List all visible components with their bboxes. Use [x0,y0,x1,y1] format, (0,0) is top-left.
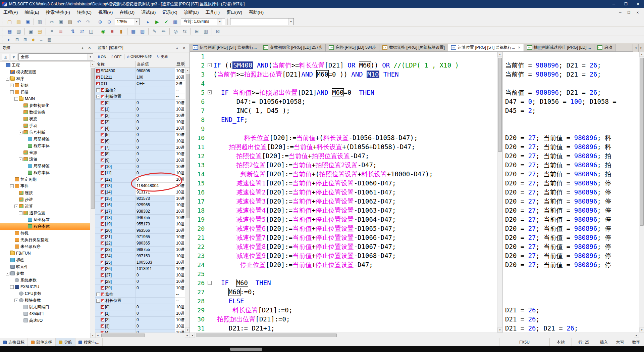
tab-scroll-right-icon[interactable]: ► [638,44,644,52]
watch-value-cell[interactable]: 0 [136,119,175,125]
project-tree-icon[interactable]: ▦ [5,27,14,35]
watch-row[interactable]: [22]98036510进 [95,240,190,247]
module-config-icon[interactable]: ▧ [14,27,23,35]
watch-update-button[interactable]: ↻更新 [155,53,169,60]
scrollbar-thumb[interactable] [101,334,145,337]
tree-item-25[interactable]: 待机 [0,230,90,236]
scroll-left-icon[interactable]: ◄ [95,333,100,338]
watch-row[interactable]: [27]010进 [95,272,190,278]
watch-value-cell[interactable]: 988755 [136,247,175,253]
replace-icon[interactable]: ⇆ [180,27,189,35]
tree-item-15[interactable]: 局部标签 [0,163,90,169]
watch-value-cell[interactable]: 963566 [136,227,175,234]
menu-item-7[interactable]: 记录(R) [159,8,180,17]
watch-row[interactable]: [24]99715310进 [95,253,190,259]
watch-value-cell[interactable] [136,291,175,298]
display-format-icon[interactable]: ▦ [46,37,53,43]
menu-item-9[interactable]: 工具(T) [202,8,223,17]
collapse-icon[interactable]: - [10,285,14,289]
code-line[interactable]: 10 料长位置[D20]:=当前值+(料长设置-D1056-D1058-D47)… [190,133,497,142]
watch-column-header-2[interactable]: 显示... [175,61,185,68]
scroll-up-icon[interactable]: ▲ [90,62,95,67]
tree-item-6[interactable]: 参数初始化 [0,102,90,109]
tree-item-30[interactable]: 软元件 [0,263,90,270]
watch-row[interactable]: [4]010进 [95,329,190,333]
comment-toggle-icon[interactable]: ✎ [150,27,159,35]
statement-toggle-icon[interactable]: ✏ [159,27,168,35]
tree-item-9[interactable]: 手动 [0,122,90,129]
watch-value-cell[interactable]: 0 [136,132,175,138]
collapse-icon[interactable]: - [14,299,18,302]
fold-all-icon[interactable]: ⊟ [13,37,21,43]
code-line[interactable]: 28 ELSE [190,297,497,306]
watch-value-cell[interactable]: 0 [136,170,175,176]
watch-value-cell[interactable]: 0 [136,310,175,317]
watch-window-icon[interactable]: ▨ [138,27,147,35]
watch-value-cell[interactable]: 0 [136,317,175,323]
tree-item-2[interactable]: -程序 [0,75,90,82]
menu-item-3[interactable]: 转换(C) [73,8,95,17]
watch-row[interactable]: [23]98875510进 [95,247,190,253]
tree-item-4[interactable]: -扫描 [0,89,90,95]
editor-tab-0[interactable]: ST信号判断 [PRG] [ST] 监视执行... [190,44,260,51]
watch-value-cell[interactable]: 0 [136,272,175,278]
tree-item-0[interactable]: 工程 [0,62,90,69]
tree-item-3[interactable]: +初始 [0,82,90,89]
watch-row[interactable]: [13]118404800410进 [95,183,190,189]
code-line[interactable]: 4 [190,79,497,88]
dock-view-icon[interactable]: ◫ [2,54,9,60]
monitor-ok-icon[interactable]: ✔ [162,18,170,26]
tree-item-13[interactable]: 光源 [0,149,90,156]
copy-icon[interactable]: ▣ [57,18,65,26]
unfold-all-icon[interactable]: ⊞ [21,37,29,43]
tree-item-5[interactable]: -MAIN [0,95,90,102]
tree-item-29[interactable]: 标签 [0,257,90,263]
watch-on-button[interactable]: ▮ON [96,53,108,60]
watch-row[interactable]: [12]010进 [95,176,190,183]
watch-value-cell[interactable]: 971965 [136,234,175,240]
code-line[interactable]: 9 [190,124,497,133]
parameter-icon[interactable]: ▣ [26,27,35,35]
goto-line-icon[interactable]: → [38,37,45,43]
code-line[interactable]: 2-IF ((SM400 AND(当前值>=料长位置[D21] OR M60))… [190,61,497,70]
close-button[interactable]: ✕ [632,0,644,8]
collapse-icon[interactable]: - [19,211,22,215]
cut-icon[interactable]: ✂ [48,18,56,26]
code-line[interactable]: 1 [190,52,497,61]
watch-value-cell[interactable]: 0 [136,323,175,329]
watch-off-button[interactable]: ▯OFF [110,53,123,60]
child-minimize-button[interactable]: ─ [616,9,625,16]
watch-value-cell[interactable]: 0 [136,125,175,132]
device-batch-monitor-icon[interactable]: ▩ [129,27,138,35]
watch-row[interactable]: [2]010进 [95,113,190,119]
collapse-icon[interactable]: - [19,131,22,134]
watch-value-cell[interactable]: 0 [136,285,175,291]
code-line[interactable]: 15 减速位置1[D20]:=当前值+停止位置设置-D1060-D47; [190,179,497,188]
zoom-fit-icon[interactable]: ⊠ [214,27,222,35]
zoom-select[interactable]: 175%▾ [115,18,140,25]
watch-row[interactable]: [5]010进 [95,132,190,138]
watch-column-header-1[interactable]: 当前值 [136,61,175,68]
watch-row[interactable]: [2]010进 [95,317,190,323]
write-plc-icon[interactable]: ⇅ [69,27,77,35]
zoom-out-icon[interactable]: ⊖ [105,18,113,26]
tree-item-22[interactable]: -运算位置 [0,210,90,216]
scroll-up-icon[interactable]: ▲ [497,52,502,57]
tree-item-18[interactable]: -事件 [0,183,90,189]
watch-row[interactable]: [25]100553310进 [95,259,190,266]
collapse-icon[interactable]: - [10,90,14,94]
watch-value-cell[interactable]: 913171 [136,189,175,195]
code-line[interactable]: 29 料长位置[D21]:=0; [190,306,497,315]
code-line[interactable]: 17 减速位置3[D20]:=当前值+停止位置设置-D1062-D47; [190,197,497,206]
tree-item-10[interactable]: -信号判断 [0,129,90,136]
watch-row[interactable]: [0]010进 [95,304,190,310]
close-icon[interactable]: ✕ [87,45,93,51]
scroll-down-icon[interactable]: ▼ [639,327,644,333]
expand-icon[interactable]: + [96,293,100,296]
code-line[interactable]: 26- IF M60 THEN [190,278,497,288]
watch-row[interactable]: [3]010进 [95,119,190,125]
scroll-right-icon[interactable]: ► [185,333,190,338]
code-line[interactable]: 12 拍照位置[D20]:=当前值+拍照位置设置-D47; [190,151,497,161]
watch-row[interactable]: [28]010进 [95,278,190,285]
editor-tab-2[interactable]: LD启停 [PRG] [LD] 584步 [326,44,379,51]
